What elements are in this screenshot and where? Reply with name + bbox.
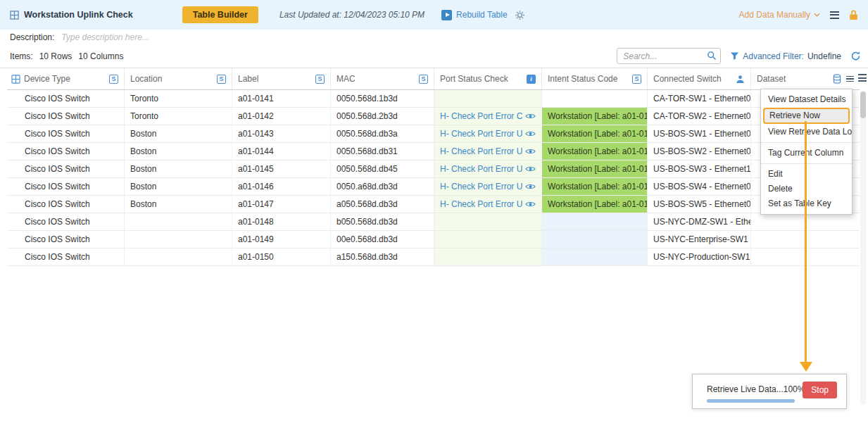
column-header-label[interactable]: Label S xyxy=(232,68,331,89)
column-header-device-type[interactable]: Device Type S xyxy=(7,68,125,89)
port-status-link[interactable]: H- Check Port Error US-... xyxy=(440,143,522,160)
cell-mac: 0050.568d.db3a xyxy=(331,125,434,142)
retrieve-progress-toast: Retrieve Live Data...100% Stop xyxy=(692,374,847,409)
dataset-column-menu-button[interactable] xyxy=(846,76,854,82)
table-row[interactable]: Cisco IOS Switch a01-0148 b050.568d.db3d… xyxy=(7,213,860,231)
cell-mac: 0050.568d.2b3d xyxy=(331,108,434,125)
table-row[interactable]: Cisco IOS Switch Boston a01-0143 0050.56… xyxy=(7,125,860,143)
cell-connected-switch: US-NYC-Production-SW1 - Et... xyxy=(648,248,751,265)
vertical-scrollbar[interactable] xyxy=(860,91,866,405)
menu-item-view-dataset-details[interactable]: View Dataset Details xyxy=(761,92,852,107)
cell-device-type: Cisco IOS Switch xyxy=(7,125,125,142)
stop-button[interactable]: Stop xyxy=(803,382,837,398)
rebuild-table-label: Rebuild Table xyxy=(456,10,508,20)
table-row[interactable]: Cisco IOS Switch Boston a01-0145 0050.56… xyxy=(7,160,860,178)
cell-connected-switch: US-NYC-DMZ-SW1 - Etherne... xyxy=(648,213,751,230)
eye-icon[interactable] xyxy=(525,201,536,208)
cell-location xyxy=(125,248,232,265)
cell-port-status: H- Check Port Error US-... xyxy=(434,178,542,195)
description-label: Description: xyxy=(10,32,54,42)
port-status-link[interactable]: H- Check Port Error US-... xyxy=(440,196,522,213)
column-label: Connected Switch xyxy=(653,74,722,84)
eye-icon[interactable] xyxy=(525,165,536,172)
column-label: Location xyxy=(130,74,162,84)
cell-port-status: H- Check Port Error US-... xyxy=(434,160,542,177)
search-icon[interactable] xyxy=(707,51,717,63)
port-status-link[interactable]: H- Check Port Error US-... xyxy=(440,125,522,142)
advanced-filter-label: Advanced Filter: xyxy=(743,51,804,61)
column-header-mac[interactable]: MAC S xyxy=(331,68,434,89)
cell-device-type: Cisco IOS Switch xyxy=(7,160,125,177)
column-label: Port Status Check xyxy=(440,74,508,84)
annotation-arrow-line xyxy=(805,121,807,363)
column-header-connected-switch[interactable]: Connected Switch xyxy=(648,68,751,89)
cell-label: a01-0147 xyxy=(232,196,331,213)
scrollbar-thumb[interactable] xyxy=(860,92,866,118)
cell-label: a01-0146 xyxy=(232,178,331,195)
column-header-port-status-check[interactable]: Port Status Check i xyxy=(434,68,542,89)
cell-port-status: H- Check Port Error CA-... xyxy=(434,108,542,125)
eye-icon[interactable] xyxy=(525,183,536,190)
cell-intent-status xyxy=(542,90,648,107)
cell-label: a01-0145 xyxy=(232,160,331,177)
cell-intent-status: Workstation [Label: a01-014... xyxy=(542,143,648,160)
port-status-link[interactable]: H- Check Port Error CA-... xyxy=(440,108,522,125)
table-toolbar: Items: 10 Rows 10 Columns Advanced Filte… xyxy=(0,44,868,68)
cell-intent-status xyxy=(542,231,648,248)
string-type-icon: S xyxy=(315,75,325,84)
menu-icon[interactable] xyxy=(830,11,839,19)
cell-label: a01-0150 xyxy=(232,248,331,265)
table-row[interactable]: Cisco IOS Switch a01-0149 00e0.568d.db3d… xyxy=(7,231,860,248)
search-input[interactable] xyxy=(617,48,721,64)
cell-mac: 0050.568d.1b3d xyxy=(331,90,434,107)
cell-mac: 0050.568d.db45 xyxy=(331,160,434,177)
cell-location: Boston xyxy=(125,143,232,160)
table-row[interactable]: Cisco IOS Switch Boston a01-0144 0050.56… xyxy=(7,143,860,160)
description-input[interactable]: Type description here... xyxy=(61,32,149,42)
chevron-down-icon xyxy=(814,13,820,17)
gear-icon[interactable] xyxy=(515,10,525,20)
column-header-location[interactable]: Location S xyxy=(125,68,232,89)
port-status-link[interactable]: H- Check Port Error US-... xyxy=(440,178,522,195)
table-builder-button[interactable]: Table Builder xyxy=(182,6,258,23)
table-row[interactable]: Cisco IOS Switch Boston a01-0146 0050.a6… xyxy=(7,178,860,196)
rows-count: 10 Rows xyxy=(39,51,73,61)
cell-port-status xyxy=(434,90,542,107)
description-row: Description: Type description here... xyxy=(0,30,868,44)
column-header-dataset[interactable]: Dataset xyxy=(751,68,860,89)
table-row[interactable]: Cisco IOS Switch Toronto a01-0141 0050.5… xyxy=(7,90,860,108)
advanced-filter-value: Undefine xyxy=(807,51,841,61)
cell-connected-switch: US-BOS-SW5 - Ethernet0/0 xyxy=(648,196,751,213)
cell-location: Boston xyxy=(125,178,232,195)
columns-count: 10 Columns xyxy=(78,51,123,61)
table-header-row: Device Type S Location S Label S MAC S P… xyxy=(7,68,860,90)
cell-device-type: Cisco IOS Switch xyxy=(7,231,125,248)
eye-icon[interactable] xyxy=(525,130,536,137)
rebuild-table-button[interactable]: Rebuild Table xyxy=(441,10,508,20)
cell-port-status: H- Check Port Error US-... xyxy=(434,196,542,213)
table-row[interactable]: Cisco IOS Switch Toronto a01-0142 0050.5… xyxy=(7,108,860,125)
column-settings-icon[interactable] xyxy=(858,74,867,82)
cell-connected-switch: US-NYC-Enterprise-SW1 - Et... xyxy=(648,231,751,248)
refresh-icon[interactable] xyxy=(850,51,861,61)
table-row[interactable]: Cisco IOS Switch Boston a01-0147 a050.56… xyxy=(7,196,860,213)
database-icon xyxy=(833,74,841,84)
cell-label: a01-0142 xyxy=(232,108,331,125)
cell-label: a01-0143 xyxy=(232,125,331,142)
table-row[interactable]: Cisco IOS Switch a01-0150 a150.568d.db3d… xyxy=(7,248,860,266)
cell-port-status xyxy=(434,213,542,230)
cell-connected-switch: CA-TOR-SW2 - Ethernet0/0 xyxy=(648,108,751,125)
cell-port-status xyxy=(434,248,542,265)
add-data-manually-button[interactable]: Add Data Manually xyxy=(739,10,820,20)
cell-location: Toronto xyxy=(125,108,232,125)
app-window: Workstation Uplink Check Table Builder L… xyxy=(0,0,868,428)
cell-location xyxy=(125,231,232,248)
eye-icon[interactable] xyxy=(525,148,536,155)
advanced-filter-button[interactable]: Advanced Filter: Undefine xyxy=(730,51,841,61)
eye-icon[interactable] xyxy=(525,113,536,120)
column-header-intent-status-code[interactable]: Intent Status Code S xyxy=(542,68,648,89)
cell-device-type: Cisco IOS Switch xyxy=(7,213,125,230)
progress-fill xyxy=(707,399,795,403)
lock-icon[interactable] xyxy=(849,10,858,20)
port-status-link[interactable]: H- Check Port Error US-... xyxy=(440,160,522,177)
